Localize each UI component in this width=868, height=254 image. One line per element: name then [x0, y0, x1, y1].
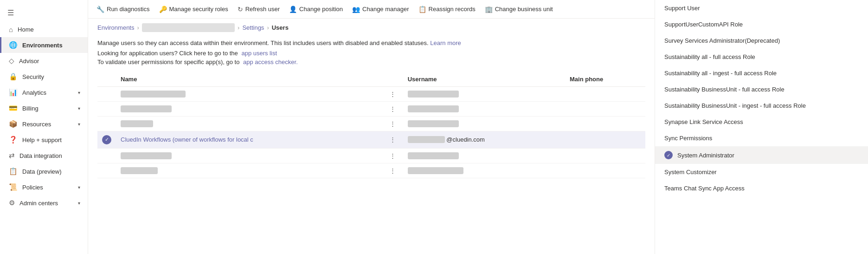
- reassign-records-button[interactable]: 📋 Reassign records: [414, 0, 480, 18]
- row-checkbox-checked[interactable]: ✓: [102, 135, 111, 144]
- row-username-cell: [403, 101, 565, 116]
- role-name: Sync Permissions: [664, 135, 859, 142]
- help-icon: ❓: [9, 136, 18, 144]
- sidebar-item-label: Data integration: [19, 152, 80, 159]
- role-item-teams-chat[interactable]: Teams Chat Sync App Access: [655, 180, 868, 196]
- email-domain: @cluedin.com: [446, 136, 485, 143]
- sidebar-item-data-preview[interactable]: 📋 Data (preview): [0, 163, 88, 179]
- app-access-checker-link[interactable]: app access checker.: [243, 59, 298, 65]
- sidebar-item-home[interactable]: ⌂ Home: [0, 22, 88, 37]
- refresh-user-label: Refresh user: [245, 6, 280, 13]
- blurred-email: [408, 105, 459, 112]
- row-more-cell[interactable]: ⋮: [382, 116, 403, 131]
- more-options-icon[interactable]: ⋮: [387, 119, 399, 128]
- user-name-link[interactable]: CluedIn Workflows (owner of workflows fo…: [121, 136, 253, 143]
- role-item-sustainability-bu-full[interactable]: Sustainability BusinessUnit - full acces…: [655, 81, 868, 98]
- change-business-unit-button[interactable]: 🏢 Change business unit: [480, 0, 558, 18]
- breadcrumb-environments-link[interactable]: Environments: [97, 24, 134, 31]
- sidebar-item-label: Policies: [22, 184, 73, 191]
- sidebar-item-help-support[interactable]: ❓ Help + support: [0, 132, 88, 148]
- role-item-support-api[interactable]: SupportUserCustomAPI Role: [655, 16, 868, 33]
- row-check-cell: [97, 101, 116, 116]
- manage-security-roles-label: Manage security roles: [169, 6, 228, 13]
- sidebar-item-admin-centers[interactable]: ⚙ Admin centers ▾: [0, 195, 88, 211]
- role-name: Teams Chat Sync App Access: [664, 185, 859, 192]
- table-area: Name Username Main phone ⋮: [88, 67, 655, 254]
- sidebar-item-label: Environments: [22, 42, 80, 49]
- role-item-support-user[interactable]: Support User: [655, 0, 868, 16]
- sidebar-item-advisor[interactable]: ◇ Advisor: [0, 53, 88, 69]
- learn-more-link[interactable]: Learn more: [430, 39, 461, 46]
- more-options-icon[interactable]: ⋮: [387, 166, 399, 175]
- change-position-button[interactable]: 👤 Change position: [284, 0, 347, 18]
- change-manager-button[interactable]: 👥 Change manager: [347, 0, 413, 18]
- role-name: SupportUserCustomAPI Role: [664, 21, 859, 28]
- sidebar-item-security[interactable]: 🔒 Security: [0, 69, 88, 85]
- role-name: System Administrator: [677, 152, 859, 159]
- role-item-survey-admin[interactable]: Survey Services Administrator(Deprecated…: [655, 33, 868, 49]
- role-name: System Customizer: [664, 169, 859, 176]
- environments-icon: 🌐: [9, 41, 18, 49]
- toolbar: 🔧 Run diagnostics 🔑 Manage security role…: [88, 0, 655, 19]
- role-item-system-customizer[interactable]: System Customizer: [655, 164, 868, 180]
- table-row: ⋮: [97, 163, 645, 178]
- col-name: Name: [116, 72, 382, 87]
- right-panel: Support User SupportUserCustomAPI Role S…: [655, 0, 868, 254]
- sidebar: ☰ ⌂ Home 🌐 Environments ◇ Advisor 🔒 Secu…: [0, 0, 88, 254]
- blurred-name: [121, 152, 172, 159]
- row-more-cell[interactable]: ⋮: [382, 163, 403, 178]
- table-row: ⋮: [97, 86, 645, 101]
- sidebar-item-analytics[interactable]: 📊 Analytics ▾: [0, 85, 88, 100]
- row-more-cell[interactable]: ⋮: [382, 148, 403, 163]
- role-item-sync-permissions[interactable]: Sync Permissions: [655, 130, 868, 146]
- sidebar-item-label: Admin centers: [19, 200, 73, 207]
- more-options-icon[interactable]: ⋮: [387, 151, 399, 160]
- breadcrumb-settings-link[interactable]: Settings: [242, 24, 264, 31]
- change-business-unit-label: Change business unit: [495, 6, 553, 13]
- main-area: 🔧 Run diagnostics 🔑 Manage security role…: [88, 0, 655, 254]
- sidebar-item-policies[interactable]: 📜 Policies ▾: [0, 179, 88, 195]
- row-name-cell: [116, 148, 382, 163]
- sidebar-item-label: Resources: [22, 121, 73, 128]
- manage-security-roles-button[interactable]: 🔑 Manage security roles: [154, 0, 233, 18]
- role-item-system-admin[interactable]: ✓ System Administrator: [655, 146, 868, 164]
- blurred-name: [121, 167, 158, 174]
- more-options-icon[interactable]: ⋮: [387, 90, 399, 98]
- sidebar-item-label: Data (preview): [22, 168, 80, 175]
- blurred-email: [408, 152, 459, 159]
- blurred-email: [408, 91, 459, 98]
- reassign-records-label: Reassign records: [429, 6, 476, 13]
- table-row-selected: ✓ CluedIn Workflows (owner of workflows …: [97, 131, 645, 148]
- position-icon: 👤: [289, 6, 297, 13]
- chevron-down-icon: ▾: [78, 201, 80, 206]
- run-diagnostics-button[interactable]: 🔧 Run diagnostics: [92, 0, 154, 18]
- role-item-sustainability-full[interactable]: Sustainability all - full access Role: [655, 49, 868, 65]
- role-item-sustainability-bu-ingest[interactable]: Sustainability BusinessUnit - ingest - f…: [655, 98, 868, 114]
- sidebar-item-environments[interactable]: 🌐 Environments: [0, 37, 88, 53]
- row-more-cell[interactable]: ⋮: [382, 86, 403, 101]
- sidebar-item-data-integration[interactable]: ⇄ Data integration: [0, 148, 88, 163]
- row-check-cell: [97, 148, 116, 163]
- resources-icon: 📦: [9, 120, 18, 128]
- sidebar-item-billing[interactable]: 💳 Billing ▾: [0, 100, 88, 116]
- analytics-icon: 📊: [9, 88, 18, 97]
- sidebar-item-label: Help + support: [22, 137, 80, 143]
- role-name: Sustainability BusinessUnit - ingest - f…: [664, 102, 859, 109]
- breadcrumb-separator: ›: [267, 24, 269, 31]
- change-position-label: Change position: [299, 6, 343, 13]
- row-check-cell: [97, 86, 116, 101]
- role-item-sustainability-ingest[interactable]: Sustainability all - ingest - full acces…: [655, 65, 868, 81]
- row-more-cell[interactable]: ⋮: [382, 131, 403, 148]
- row-more-cell[interactable]: ⋮: [382, 101, 403, 116]
- sidebar-item-resources[interactable]: 📦 Resources ▾: [0, 116, 88, 132]
- diagnostics-icon: 🔧: [96, 6, 104, 13]
- role-item-synapse-link[interactable]: Synapse Link Service Access: [655, 114, 868, 130]
- breadcrumb-env-name: ████████████████████: [142, 23, 235, 32]
- refresh-user-button[interactable]: ↻ Refresh user: [233, 0, 284, 18]
- chevron-down-icon: ▾: [78, 185, 80, 190]
- hamburger-menu-icon[interactable]: ☰: [7, 8, 14, 17]
- app-users-list-link[interactable]: app users list: [241, 50, 277, 57]
- chevron-down-icon: ▾: [78, 122, 80, 127]
- more-options-icon[interactable]: ⋮: [387, 104, 399, 113]
- more-options-icon[interactable]: ⋮: [387, 135, 399, 144]
